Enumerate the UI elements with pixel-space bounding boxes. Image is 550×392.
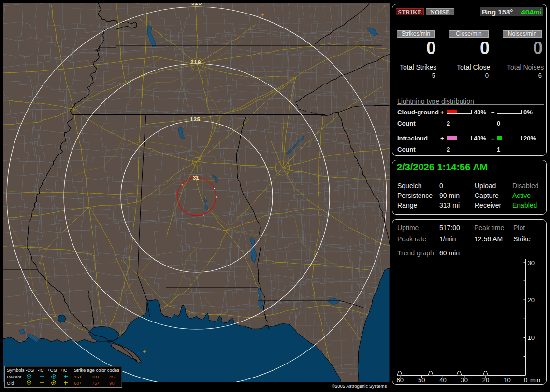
svg-text:30: 30: [461, 377, 468, 384]
svg-text:30: 30: [528, 259, 535, 266]
svg-text:min: min: [530, 377, 540, 384]
svg-text:60: 60: [397, 377, 404, 384]
svg-text:0: 0: [524, 377, 527, 384]
svg-text:10: 10: [504, 377, 510, 384]
svg-text:20: 20: [482, 377, 489, 384]
svg-text:50: 50: [418, 377, 425, 384]
svg-text:40: 40: [439, 377, 446, 384]
svg-text:20: 20: [528, 296, 535, 304]
svg-text:10: 10: [528, 334, 535, 341]
